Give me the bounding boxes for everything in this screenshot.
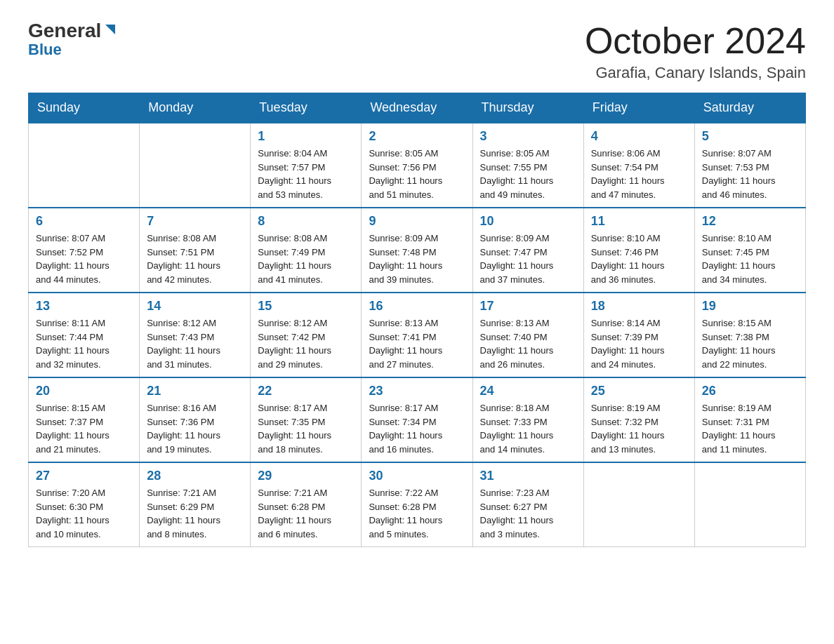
calendar-cell: 21Sunrise: 8:16 AM Sunset: 7:36 PM Dayli…	[140, 377, 251, 462]
day-info: Sunrise: 8:10 AM Sunset: 7:45 PM Dayligh…	[702, 232, 798, 286]
day-number: 31	[480, 469, 576, 483]
calendar-cell	[583, 462, 694, 547]
day-info: Sunrise: 8:11 AM Sunset: 7:44 PM Dayligh…	[36, 316, 132, 371]
calendar-cell: 24Sunrise: 8:18 AM Sunset: 7:33 PM Dayli…	[472, 377, 583, 462]
day-info: Sunrise: 8:17 AM Sunset: 7:35 PM Dayligh…	[258, 401, 354, 456]
weekday-header-tuesday: Tuesday	[251, 93, 362, 123]
month-title: October 2024	[585, 21, 806, 61]
day-number: 30	[369, 469, 465, 483]
calendar-cell: 3Sunrise: 8:05 AM Sunset: 7:55 PM Daylig…	[472, 123, 583, 208]
calendar-cell: 30Sunrise: 7:22 AM Sunset: 6:28 PM Dayli…	[362, 462, 472, 547]
weekday-header-sunday: Sunday	[29, 93, 140, 123]
day-number: 12	[702, 214, 798, 229]
calendar-cell: 27Sunrise: 7:20 AM Sunset: 6:30 PM Dayli…	[29, 462, 140, 547]
day-info: Sunrise: 8:12 AM Sunset: 7:42 PM Dayligh…	[258, 316, 354, 371]
calendar-cell: 8Sunrise: 8:08 AM Sunset: 7:49 PM Daylig…	[251, 208, 362, 293]
day-number: 29	[258, 469, 354, 483]
day-info: Sunrise: 8:13 AM Sunset: 7:41 PM Dayligh…	[369, 316, 465, 371]
logo-blue-text: Blue	[28, 42, 62, 58]
weekday-header-friday: Friday	[583, 93, 694, 123]
day-number: 22	[258, 384, 354, 398]
day-info: Sunrise: 8:07 AM Sunset: 7:53 PM Dayligh…	[702, 147, 798, 201]
day-number: 16	[369, 299, 465, 314]
logo: General Blue	[28, 21, 118, 58]
calendar-cell: 18Sunrise: 8:14 AM Sunset: 7:39 PM Dayli…	[583, 293, 694, 377]
day-number: 3	[480, 129, 576, 144]
day-number: 18	[591, 299, 687, 314]
day-number: 7	[147, 214, 243, 229]
calendar-cell: 6Sunrise: 8:07 AM Sunset: 7:52 PM Daylig…	[29, 208, 140, 293]
week-row-1: 1Sunrise: 8:04 AM Sunset: 7:57 PM Daylig…	[29, 123, 806, 208]
week-row-4: 20Sunrise: 8:15 AM Sunset: 7:37 PM Dayli…	[29, 377, 806, 462]
day-number: 24	[480, 384, 576, 398]
calendar-cell	[29, 123, 140, 208]
logo-arrow-icon	[102, 22, 118, 37]
day-info: Sunrise: 7:20 AM Sunset: 6:30 PM Dayligh…	[36, 486, 132, 541]
day-number: 23	[369, 384, 465, 398]
day-number: 13	[36, 299, 132, 314]
day-info: Sunrise: 8:08 AM Sunset: 7:49 PM Dayligh…	[258, 232, 354, 286]
calendar-cell: 4Sunrise: 8:06 AM Sunset: 7:54 PM Daylig…	[583, 123, 694, 208]
day-info: Sunrise: 8:07 AM Sunset: 7:52 PM Dayligh…	[36, 232, 132, 286]
day-info: Sunrise: 8:05 AM Sunset: 7:56 PM Dayligh…	[369, 147, 465, 201]
day-info: Sunrise: 8:19 AM Sunset: 7:31 PM Dayligh…	[702, 401, 798, 456]
day-number: 5	[702, 129, 798, 144]
calendar-cell: 10Sunrise: 8:09 AM Sunset: 7:47 PM Dayli…	[472, 208, 583, 293]
calendar-cell: 20Sunrise: 8:15 AM Sunset: 7:37 PM Dayli…	[29, 377, 140, 462]
weekday-header-thursday: Thursday	[472, 93, 583, 123]
calendar-cell: 16Sunrise: 8:13 AM Sunset: 7:41 PM Dayli…	[362, 293, 472, 377]
calendar-cell: 1Sunrise: 8:04 AM Sunset: 7:57 PM Daylig…	[251, 123, 362, 208]
day-info: Sunrise: 7:21 AM Sunset: 6:28 PM Dayligh…	[258, 486, 354, 541]
day-info: Sunrise: 7:22 AM Sunset: 6:28 PM Dayligh…	[369, 486, 465, 541]
day-info: Sunrise: 8:06 AM Sunset: 7:54 PM Dayligh…	[591, 147, 687, 201]
calendar-cell: 26Sunrise: 8:19 AM Sunset: 7:31 PM Dayli…	[694, 377, 805, 462]
svg-marker-0	[105, 25, 115, 34]
day-info: Sunrise: 8:17 AM Sunset: 7:34 PM Dayligh…	[369, 401, 465, 456]
calendar-cell: 5Sunrise: 8:07 AM Sunset: 7:53 PM Daylig…	[694, 123, 805, 208]
day-number: 26	[702, 384, 798, 398]
calendar-cell: 12Sunrise: 8:10 AM Sunset: 7:45 PM Dayli…	[694, 208, 805, 293]
weekday-header-wednesday: Wednesday	[362, 93, 472, 123]
header: General Blue October 2024 Garafia, Canar…	[28, 21, 806, 82]
day-number: 4	[591, 129, 687, 144]
calendar-cell: 23Sunrise: 8:17 AM Sunset: 7:34 PM Dayli…	[362, 377, 472, 462]
calendar-table: SundayMondayTuesdayWednesdayThursdayFrid…	[28, 93, 806, 547]
day-info: Sunrise: 8:14 AM Sunset: 7:39 PM Dayligh…	[591, 316, 687, 371]
calendar-cell	[140, 123, 251, 208]
day-info: Sunrise: 8:19 AM Sunset: 7:32 PM Dayligh…	[591, 401, 687, 456]
day-info: Sunrise: 8:09 AM Sunset: 7:48 PM Dayligh…	[369, 232, 465, 286]
day-info: Sunrise: 8:18 AM Sunset: 7:33 PM Dayligh…	[480, 401, 576, 456]
calendar-cell: 28Sunrise: 7:21 AM Sunset: 6:29 PM Dayli…	[140, 462, 251, 547]
calendar-cell: 22Sunrise: 8:17 AM Sunset: 7:35 PM Dayli…	[251, 377, 362, 462]
calendar-cell: 19Sunrise: 8:15 AM Sunset: 7:38 PM Dayli…	[694, 293, 805, 377]
calendar-cell: 7Sunrise: 8:08 AM Sunset: 7:51 PM Daylig…	[140, 208, 251, 293]
day-info: Sunrise: 7:23 AM Sunset: 6:27 PM Dayligh…	[480, 486, 576, 541]
weekday-header-row: SundayMondayTuesdayWednesdayThursdayFrid…	[29, 93, 806, 123]
week-row-3: 13Sunrise: 8:11 AM Sunset: 7:44 PM Dayli…	[29, 293, 806, 377]
day-number: 27	[36, 469, 132, 483]
day-info: Sunrise: 8:10 AM Sunset: 7:46 PM Dayligh…	[591, 232, 687, 286]
day-info: Sunrise: 8:15 AM Sunset: 7:38 PM Dayligh…	[702, 316, 798, 371]
day-info: Sunrise: 8:15 AM Sunset: 7:37 PM Dayligh…	[36, 401, 132, 456]
day-number: 25	[591, 384, 687, 398]
day-number: 20	[36, 384, 132, 398]
title-area: October 2024 Garafia, Canary Islands, Sp…	[585, 21, 806, 82]
location-title: Garafia, Canary Islands, Spain	[585, 64, 806, 82]
calendar-cell: 31Sunrise: 7:23 AM Sunset: 6:27 PM Dayli…	[472, 462, 583, 547]
calendar-cell: 11Sunrise: 8:10 AM Sunset: 7:46 PM Dayli…	[583, 208, 694, 293]
calendar-cell: 17Sunrise: 8:13 AM Sunset: 7:40 PM Dayli…	[472, 293, 583, 377]
calendar-cell: 25Sunrise: 8:19 AM Sunset: 7:32 PM Dayli…	[583, 377, 694, 462]
day-number: 2	[369, 129, 465, 144]
day-number: 21	[147, 384, 243, 398]
day-number: 19	[702, 299, 798, 314]
day-info: Sunrise: 8:05 AM Sunset: 7:55 PM Dayligh…	[480, 147, 576, 201]
day-info: Sunrise: 8:09 AM Sunset: 7:47 PM Dayligh…	[480, 232, 576, 286]
week-row-2: 6Sunrise: 8:07 AM Sunset: 7:52 PM Daylig…	[29, 208, 806, 293]
calendar-cell: 15Sunrise: 8:12 AM Sunset: 7:42 PM Dayli…	[251, 293, 362, 377]
day-number: 11	[591, 214, 687, 229]
day-info: Sunrise: 8:04 AM Sunset: 7:57 PM Dayligh…	[258, 147, 354, 201]
calendar-cell	[694, 462, 805, 547]
calendar-cell: 2Sunrise: 8:05 AM Sunset: 7:56 PM Daylig…	[362, 123, 472, 208]
day-number: 10	[480, 214, 576, 229]
day-number: 9	[369, 214, 465, 229]
